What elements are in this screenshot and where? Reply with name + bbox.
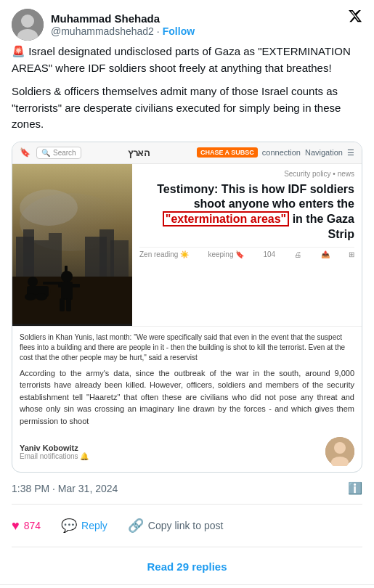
svg-point-19 <box>36 293 47 301</box>
navigation-label: Navigation <box>305 148 343 157</box>
headline-part1: Testimony: This is how IDF soldiers shoo… <box>157 183 354 211</box>
subscribe-button[interactable]: CHASE A SUBSC <box>197 147 258 158</box>
count-label: 104 <box>264 250 276 258</box>
tweet-actions: ♥ 874 💬 Reply 🔗 Copy link to post <box>12 510 362 541</box>
article-top-bar-left: 🔖 🔍 Search <box>20 147 81 159</box>
divider-2 <box>12 547 362 547</box>
display-name[interactable]: Muhammad Shehada <box>51 12 195 25</box>
divider-1 <box>12 504 362 505</box>
username-row: @muhammadshehad2 · Follow <box>51 25 195 37</box>
reply-label: Reply <box>81 520 107 531</box>
svg-rect-24 <box>60 298 65 311</box>
svg-rect-7 <box>23 229 34 280</box>
heart-icon: ♥ <box>12 518 20 534</box>
search-icon: 🔍 <box>41 149 50 157</box>
author-avatar <box>325 437 354 466</box>
username: @muhammadshehad2 <box>51 25 154 37</box>
read-replies-button[interactable]: Read 29 replies <box>12 553 362 576</box>
haaretz-logo: הארץ <box>128 147 150 158</box>
tweet-header: Muhammad Shehada @muhammadshehad2 · Foll… <box>12 9 362 41</box>
header-left: Muhammad Shehada @muhammadshehad2 · Foll… <box>12 9 195 41</box>
connection-label: connection <box>262 148 301 157</box>
copy-link-label: Copy link to post <box>148 520 224 531</box>
info-icon[interactable]: ℹ️ <box>348 481 362 495</box>
article-lower: Soldiers in Khan Yunis, last month: "We … <box>12 326 362 473</box>
article-text-section: Security policy • news Testimony: This i… <box>132 164 362 326</box>
svg-rect-8 <box>34 240 49 280</box>
article-body-text: According to the army's data, since the … <box>20 367 354 428</box>
author-name: Yaniv Kobowitz <box>20 444 89 452</box>
svg-point-1 <box>21 15 34 28</box>
headline-part2: in the Gaza Strip <box>293 213 354 240</box>
article-image <box>12 164 132 326</box>
author-email: Email notifications 🔔 <box>20 452 89 460</box>
article-reading-bar: Zen reading ☀️ keeping 🔖 104 🖨 📤 ⊞ <box>139 247 354 258</box>
like-count: 874 <box>24 520 41 531</box>
author-info: Yaniv Kobowitz Email notifications 🔔 <box>20 444 89 460</box>
tweet-text-part2: Soldiers & officers themselves admit man… <box>12 83 362 133</box>
tweet-timestamp: 1:38 PM · Mar 31, 2024 ℹ️ <box>12 481 362 495</box>
like-button[interactable]: ♥ 874 <box>12 514 49 538</box>
svg-rect-25 <box>66 298 71 311</box>
article-main-content: Security policy • news Testimony: This i… <box>12 164 362 326</box>
article-top-bar-right: CHASE A SUBSC connection Navigation ☰ <box>197 147 354 158</box>
svg-rect-22 <box>58 284 80 287</box>
soldiers-image <box>12 164 132 326</box>
user-info: Muhammad Shehada @muhammadshehad2 · Foll… <box>51 12 195 37</box>
timestamp-text: 1:38 PM · Mar 31, 2024 <box>12 483 118 494</box>
separator: · <box>157 25 160 37</box>
notification-icon: 🔔 <box>80 452 89 460</box>
copy-link-button[interactable]: 🔗 Copy link to post <box>128 513 232 538</box>
svg-point-5 <box>20 189 78 226</box>
more-icon: ⊞ <box>349 250 354 258</box>
reading-label: Zen reading ☀️ <box>139 250 189 258</box>
search-label: Search <box>53 149 76 157</box>
article-caption: Soldiers in Khan Yunis, last month: "We … <box>20 332 354 363</box>
svg-rect-23 <box>65 266 68 282</box>
headline-quote: "extermination areas" <box>163 211 289 226</box>
tweet-text-part1: 🚨 Israel designated undisclosed parts of… <box>12 44 362 76</box>
svg-point-27 <box>334 442 346 454</box>
article-author-section: Yaniv Kobowitz Email notifications 🔔 <box>20 433 354 466</box>
follow-button[interactable]: Follow <box>163 25 195 37</box>
svg-point-15 <box>28 277 38 287</box>
avatar[interactable] <box>12 9 44 41</box>
article-category: Security policy • news <box>139 170 354 178</box>
keeping-label: keeping 🔖 <box>208 250 244 258</box>
svg-point-18 <box>25 293 36 301</box>
menu-icon[interactable]: ☰ <box>347 148 354 158</box>
reply-icon: 💬 <box>61 518 77 534</box>
avatar-image <box>12 9 44 41</box>
bookmark-icon: 🔖 <box>20 147 31 158</box>
article-search[interactable]: 🔍 Search <box>36 147 81 159</box>
link-icon: 🔗 <box>128 518 144 534</box>
embedded-article[interactable]: 🔖 🔍 Search הארץ CHASE A SUBSC connection… <box>12 142 362 473</box>
svg-rect-12 <box>110 240 129 280</box>
print-icon: 🖨 <box>294 250 301 258</box>
reply-button[interactable]: 💬 Reply <box>61 513 116 538</box>
share-icon: 📤 <box>321 250 330 258</box>
x-logo[interactable] <box>348 9 362 25</box>
tweet-body: 🚨 Israel designated undisclosed parts of… <box>12 44 362 133</box>
tweet-container: Muhammad Shehada @muhammadshehad2 · Foll… <box>0 0 374 585</box>
article-top-bar: 🔖 🔍 Search הארץ CHASE A SUBSC connection… <box>12 142 362 164</box>
svg-rect-9 <box>49 233 62 280</box>
article-headline: Testimony: This is how IDF soldiers shoo… <box>139 182 354 242</box>
